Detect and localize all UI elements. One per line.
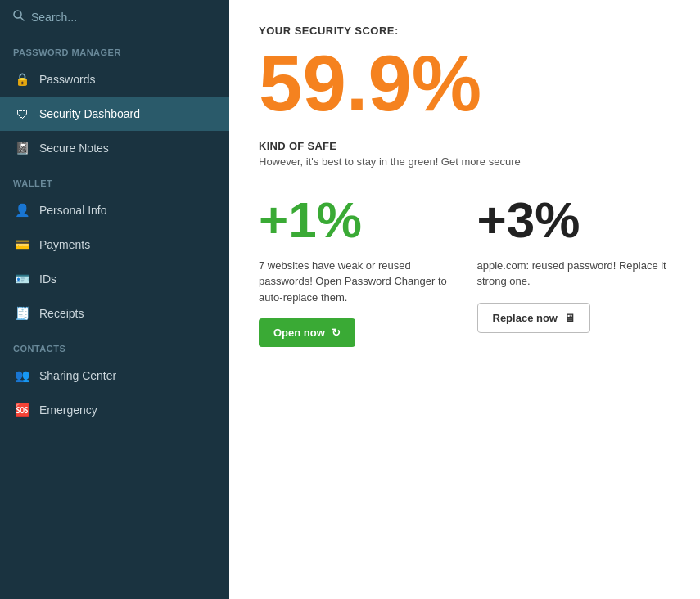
sidebar-item-sharing-center[interactable]: 👥Sharing Center: [0, 358, 229, 393]
card-0: +1%7 websites have weak or reused passwo…: [259, 192, 453, 348]
emergency-icon: 🆘: [13, 401, 31, 419]
card-1: +3%apple.com: reused password! Replace i…: [477, 192, 671, 348]
personal-info-label: Personal Info: [39, 204, 107, 217]
payments-icon: 💳: [13, 236, 31, 254]
search-icon: [13, 10, 25, 24]
sidebar-section-password-manager: PASSWORD MANAGER: [0, 34, 229, 62]
secure-notes-label: Secure Notes: [39, 142, 109, 155]
sharing-center-label: Sharing Center: [39, 369, 116, 382]
secure-notes-icon: 📓: [13, 139, 31, 157]
sidebar-section-contacts: CONTACTS: [0, 331, 229, 358]
score-label: YOUR SECURITY SCORE:: [259, 25, 671, 37]
passwords-icon: 🔒: [13, 70, 31, 88]
security-dashboard-icon: 🛡: [13, 105, 31, 123]
safety-status: KIND OF SAFE: [259, 140, 671, 152]
search-bar[interactable]: [0, 0, 229, 34]
sidebar-item-personal-info[interactable]: 👤Personal Info: [0, 193, 229, 227]
cards-row: +1%7 websites have weak or reused passwo…: [259, 192, 671, 348]
receipts-label: Receipts: [39, 307, 84, 320]
safety-description: However, it's best to stay in the green!…: [259, 155, 671, 168]
card-button-icon-0: ↻: [332, 327, 341, 339]
search-input[interactable]: [31, 11, 216, 24]
sidebar-item-passwords[interactable]: 🔒Passwords: [0, 62, 229, 97]
card-boost-1: +3%: [477, 192, 671, 248]
payments-label: Payments: [39, 238, 90, 251]
card-desc-1: apple.com: reused password! Replace it s…: [477, 258, 671, 290]
ids-icon: 🪪: [13, 270, 31, 288]
svg-line-1: [20, 17, 24, 20]
sidebar-section-wallet: WALLET: [0, 165, 229, 193]
card-button-1[interactable]: Replace now 🖥: [477, 303, 590, 333]
card-boost-0: +1%: [259, 192, 453, 248]
emergency-label: Emergency: [39, 403, 97, 417]
score-value: 59.9%: [259, 40, 671, 127]
sidebar-item-secure-notes[interactable]: 📓Secure Notes: [0, 131, 229, 165]
main-content: YOUR SECURITY SCORE: 59.9% KIND OF SAFE …: [229, 0, 700, 599]
receipts-icon: 🧾: [13, 304, 31, 322]
sidebar-item-receipts[interactable]: 🧾Receipts: [0, 296, 229, 331]
security-dashboard-label: Security Dashboard: [39, 107, 140, 120]
sidebar: PASSWORD MANAGER🔒Passwords🛡Security Dash…: [0, 0, 229, 599]
sharing-center-icon: 👥: [13, 367, 31, 385]
ids-label: IDs: [39, 272, 56, 286]
passwords-label: Passwords: [39, 73, 95, 86]
card-button-icon-1: 🖥: [564, 312, 575, 324]
sidebar-item-emergency[interactable]: 🆘Emergency: [0, 393, 229, 427]
card-desc-0: 7 websites have weak or reused passwords…: [259, 258, 453, 306]
personal-info-icon: 👤: [13, 201, 31, 219]
app-container: PASSWORD MANAGER🔒Passwords🛡Security Dash…: [0, 0, 700, 599]
card-button-0[interactable]: Open now ↻: [259, 318, 355, 347]
sidebar-item-security-dashboard[interactable]: 🛡Security Dashboard: [0, 97, 229, 131]
sidebar-item-ids[interactable]: 🪪IDs: [0, 262, 229, 296]
sidebar-item-payments[interactable]: 💳Payments: [0, 227, 229, 262]
